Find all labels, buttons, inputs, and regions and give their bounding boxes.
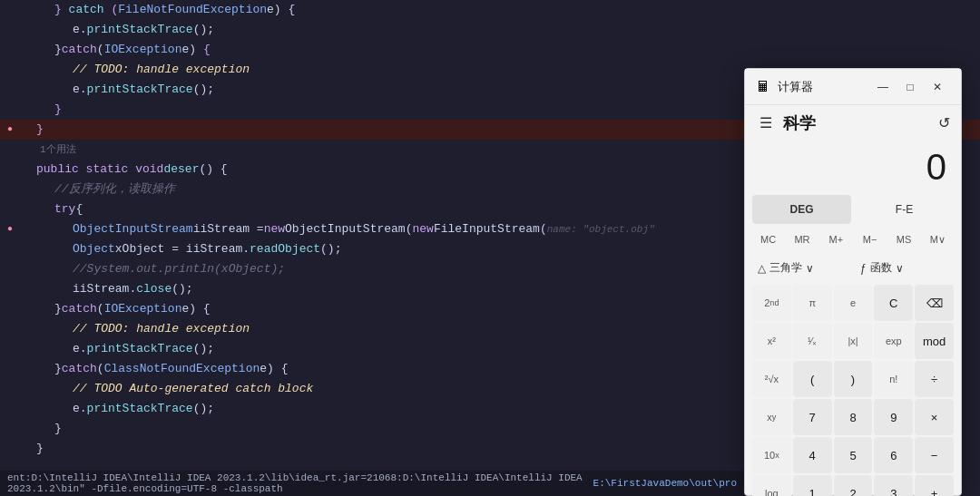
abs-button[interactable]: |x| — [834, 323, 873, 359]
four-button[interactable]: 4 — [793, 437, 832, 473]
nine-button[interactable]: 9 — [874, 399, 913, 435]
triangle-icon: △ — [758, 262, 766, 275]
backspace-button[interactable]: ⌫ — [915, 285, 954, 321]
six-button[interactable]: 6 — [874, 437, 913, 473]
function-icon: ƒ — [860, 262, 867, 275]
mc-button[interactable]: MC — [752, 226, 784, 253]
trig-chevron: ∨ — [806, 262, 814, 275]
bottom-status-bar: ent:D:\IntelliJ IDEA\IntelliJ IDEA 2023.… — [0, 471, 744, 496]
ms-button[interactable]: MS — [887, 226, 919, 253]
divide-button[interactable]: ÷ — [915, 361, 954, 397]
code-line: e.printStackTrace(); — [0, 20, 980, 40]
calc-mode-title: 科学 — [783, 112, 931, 134]
five-button[interactable]: 5 — [834, 437, 873, 473]
math-functions-group[interactable]: ƒ 函数 ∨ — [855, 257, 954, 279]
log-button[interactable]: log — [752, 475, 791, 496]
three-button[interactable]: 3 — [874, 475, 913, 496]
pi-button[interactable]: π — [793, 285, 832, 321]
mv-button[interactable]: M∨ — [922, 226, 954, 253]
mplus-button[interactable]: M+ — [820, 226, 852, 253]
history-icon[interactable]: ↺ — [938, 114, 950, 131]
square-button[interactable]: x² — [752, 323, 791, 359]
add-button[interactable]: + — [915, 475, 954, 496]
second-button[interactable]: 2nd — [752, 285, 791, 321]
seven-button[interactable]: 7 — [793, 399, 832, 435]
calc-app-icon: 🖩 — [756, 79, 770, 95]
calculator-window: 🖩 计算器 — □ ✕ ☰ 科学 ↺ 0 DEG F-E MC MR M+ M−… — [744, 68, 962, 496]
mod-button[interactable]: mod — [915, 323, 954, 359]
code-line: }catch (IOException e) { — [0, 40, 980, 60]
reciprocal-button[interactable]: ¹⁄ₓ — [793, 323, 832, 359]
bottom-bar-text: ent:D:\IntelliJ IDEA\IntelliJ IDEA 2023.… — [7, 472, 593, 494]
clear-button[interactable]: C — [874, 285, 913, 321]
e-button[interactable]: e — [834, 285, 873, 321]
calc-app-title: 计算器 — [778, 79, 863, 95]
ten-power-button[interactable]: 10x — [752, 437, 791, 473]
fe-mode-button[interactable]: F-E — [855, 195, 954, 224]
deg-mode-button[interactable]: DEG — [752, 195, 851, 224]
window-controls: — □ ✕ — [870, 74, 950, 100]
factorial-button[interactable]: n! — [874, 361, 913, 397]
mr-button[interactable]: MR — [786, 226, 818, 253]
calc-functions-row: △ 三角学 ∨ ƒ 函数 ∨ — [745, 255, 961, 281]
calc-display: 0 — [745, 141, 961, 195]
bottom-bar-link[interactable]: E:\FirstJavaDemo\out\pro — [593, 478, 737, 489]
eight-button[interactable]: 8 — [834, 399, 873, 435]
exp-button[interactable]: exp — [874, 323, 913, 359]
multiply-button[interactable]: × — [915, 399, 954, 435]
calc-memory-row: MC MR M+ M− MS M∨ — [745, 224, 961, 255]
subtract-button[interactable]: − — [915, 437, 954, 473]
trig-label: 三角学 — [769, 260, 802, 276]
sqrt-button[interactable]: ²√x — [752, 361, 791, 397]
code-line: } catch (FileNotFoundException e) { — [0, 0, 980, 20]
func-chevron: ∨ — [896, 262, 904, 275]
calc-titlebar: 🖩 计算器 — □ ✕ — [745, 69, 961, 105]
minimize-button[interactable]: — — [870, 74, 896, 100]
close-button[interactable]: ✕ — [925, 74, 950, 100]
mminus-button[interactable]: M− — [854, 226, 886, 253]
display-value: 0 — [926, 147, 946, 188]
one-button[interactable]: 1 — [793, 475, 832, 496]
trig-functions-group[interactable]: △ 三角学 ∨ — [752, 257, 851, 279]
close-paren-button[interactable]: ) — [834, 361, 873, 397]
func-label: 函数 — [870, 260, 892, 276]
calc-header: ☰ 科学 ↺ — [745, 105, 961, 141]
calc-mode-row: DEG F-E — [745, 195, 961, 224]
hamburger-menu-icon[interactable]: ☰ — [756, 111, 776, 135]
maximize-button[interactable]: □ — [897, 74, 923, 100]
open-paren-button[interactable]: ( — [793, 361, 832, 397]
calc-buttons-grid: 2nd π e C ⌫ x² ¹⁄ₓ |x| exp mod ²√x ( ) n… — [745, 281, 961, 496]
two-button[interactable]: 2 — [834, 475, 873, 496]
power-button[interactable]: xy — [752, 399, 791, 435]
